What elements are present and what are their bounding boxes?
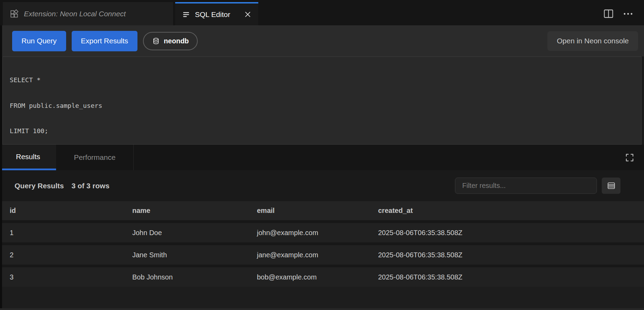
table-header-row: id name email created_at	[0, 201, 644, 220]
query-toolbar: Run Query Export Results neondb Open in …	[0, 25, 644, 57]
tab-label: SQL Editor	[195, 10, 230, 19]
panel-left-border	[0, 25, 2, 310]
database-name: neondb	[164, 37, 189, 45]
tab-sql-editor[interactable]: SQL Editor	[175, 2, 258, 25]
panel-bottom-border	[0, 308, 644, 310]
database-selector-pill[interactable]: neondb	[143, 32, 198, 50]
extension-icon	[10, 9, 19, 18]
column-header-email[interactable]: email	[257, 207, 378, 215]
row-view-button[interactable]	[602, 178, 620, 194]
cell-email: john@example.com	[257, 229, 378, 237]
export-results-button[interactable]: Export Results	[72, 31, 138, 51]
tab-results[interactable]: Results	[0, 145, 56, 170]
cell-id: 2	[10, 251, 132, 259]
column-header-created-at[interactable]: created_at	[378, 207, 644, 215]
cell-name: Bob Johnson	[132, 273, 257, 281]
sql-editor-band: SELECT * FROM public.sample_users LIMIT …	[0, 57, 644, 145]
results-tab-bar: Results Performance	[0, 145, 644, 170]
run-query-button[interactable]: Run Query	[12, 31, 66, 51]
cell-name: John Doe	[132, 229, 257, 237]
tab-label: Extension: Neon Local Connect	[24, 10, 126, 18]
cell-id: 1	[10, 229, 132, 237]
cell-created-at: 2025-08-06T06:35:38.508Z	[378, 251, 644, 259]
editor-actions	[603, 2, 644, 25]
tab-performance[interactable]: Performance	[56, 145, 134, 170]
table-row[interactable]: 3 Bob Johnson bob@example.com 2025-08-06…	[0, 267, 644, 287]
sql-line: FROM public.sample_users	[10, 102, 641, 110]
filter-results-input[interactable]	[455, 178, 597, 194]
table-row[interactable]: 1 John Doe john@example.com 2025-08-06T0…	[0, 223, 644, 242]
sql-line: SELECT *	[10, 76, 641, 85]
column-header-name[interactable]: name	[132, 207, 257, 215]
cell-created-at: 2025-08-06T06:35:38.508Z	[378, 229, 644, 237]
sql-line: LIMIT 100;	[10, 127, 641, 136]
cell-id: 3	[10, 273, 132, 281]
database-icon	[152, 37, 160, 45]
query-results-title: Query Results	[15, 182, 64, 190]
more-actions-icon[interactable]	[623, 12, 633, 15]
column-header-id[interactable]: id	[10, 207, 132, 215]
cell-created-at: 2025-08-06T06:35:38.508Z	[378, 273, 644, 281]
expand-panel-icon[interactable]	[625, 153, 634, 162]
split-editor-icon[interactable]	[603, 9, 614, 18]
cell-name: Jane Smith	[132, 251, 257, 259]
close-tab-icon[interactable]	[244, 11, 251, 18]
results-table: id name email created_at 1 John Doe john…	[0, 201, 644, 310]
cell-email: jane@example.com	[257, 251, 378, 259]
cell-email: bob@example.com	[257, 273, 378, 281]
sql-editor-textarea[interactable]: SELECT * FROM public.sample_users LIMIT …	[2, 57, 642, 145]
list-lines-icon	[182, 10, 190, 19]
row-count-badge: 3 of 3 rows	[71, 182, 109, 190]
rows-icon	[607, 181, 616, 190]
table-row[interactable]: 2 Jane Smith jane@example.com 2025-08-06…	[0, 245, 644, 265]
open-in-neon-console-button[interactable]: Open in Neon console	[547, 31, 638, 51]
table-body: 1 John Doe john@example.com 2025-08-06T0…	[0, 220, 644, 287]
query-results-header: Query Results 3 of 3 rows	[0, 170, 644, 201]
editor-tab-bar: Extension: Neon Local Connect SQL Editor	[0, 0, 644, 25]
tab-extension-neon-local-connect[interactable]: Extension: Neon Local Connect	[3, 2, 173, 25]
